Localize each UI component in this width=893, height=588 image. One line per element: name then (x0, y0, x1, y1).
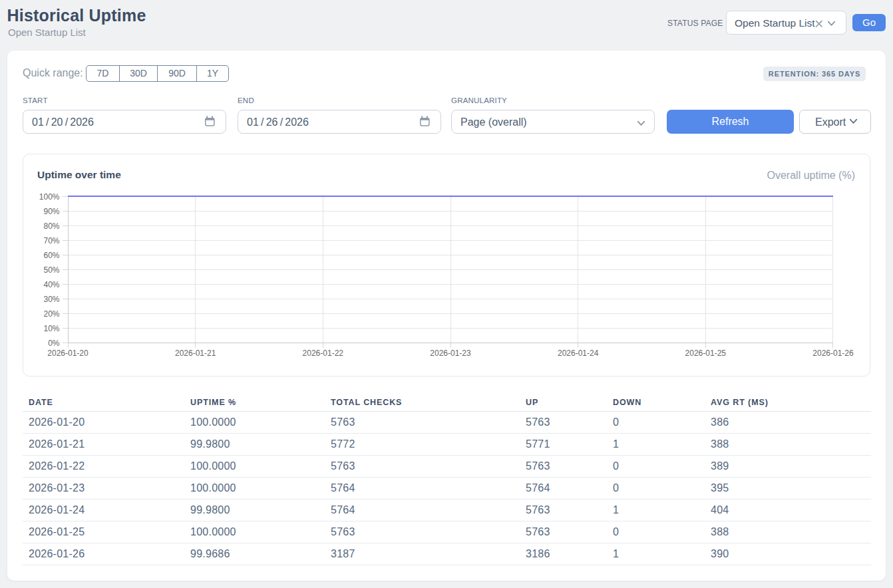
svg-text:2026-01-25: 2026-01-25 (685, 349, 727, 358)
svg-text:10%: 10% (43, 324, 59, 333)
svg-text:100%: 100% (39, 192, 60, 202)
svg-text:2026-01-21: 2026-01-21 (175, 349, 216, 358)
svg-text:60%: 60% (43, 251, 59, 260)
svg-text:90%: 90% (43, 207, 59, 216)
svg-text:70%: 70% (43, 236, 59, 245)
svg-text:30%: 30% (43, 295, 59, 304)
svg-text:0%: 0% (48, 339, 60, 348)
svg-text:2026-01-22: 2026-01-22 (303, 349, 344, 358)
svg-text:2026-01-20: 2026-01-20 (47, 349, 89, 358)
svg-text:20%: 20% (43, 309, 59, 319)
svg-text:2026-01-26: 2026-01-26 (812, 349, 854, 358)
svg-text:50%: 50% (43, 265, 59, 275)
svg-text:2026-01-24: 2026-01-24 (558, 349, 599, 358)
svg-text:2026-01-23: 2026-01-23 (430, 349, 471, 358)
svg-text:40%: 40% (43, 280, 59, 289)
svg-text:80%: 80% (43, 221, 59, 231)
